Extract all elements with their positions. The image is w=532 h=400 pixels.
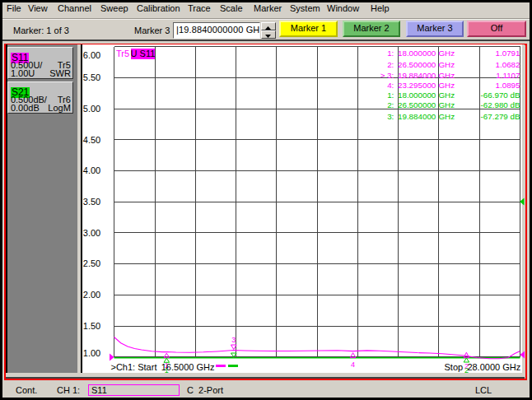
svg-text:4: 4 <box>351 360 355 369</box>
svg-text:3: 3 <box>231 336 236 344</box>
